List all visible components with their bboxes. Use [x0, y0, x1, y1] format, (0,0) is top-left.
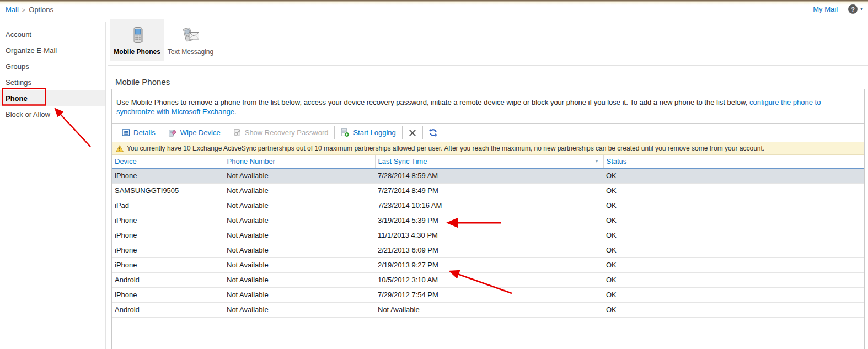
refresh-button[interactable]: [424, 126, 443, 139]
cell-device: iPhone: [112, 243, 224, 257]
options-sidebar: Account Organize E-Mail Groups Settings …: [0, 26, 105, 122]
cell-last-sync-time: Not Available: [375, 302, 603, 317]
sidebar-item-account[interactable]: Account: [0, 26, 105, 42]
cell-status: OK: [603, 228, 864, 243]
help-button[interactable]: ? ▼: [848, 4, 864, 14]
description-text: Use Mobile Phones to remove a phone from…: [116, 98, 749, 106]
sidebar-item-settings[interactable]: Settings: [0, 74, 105, 90]
show-recovery-password-button[interactable]: Show Recovery Password: [228, 126, 334, 139]
chevron-down-icon: ▼: [860, 7, 864, 11]
cell-status: OK: [603, 287, 864, 302]
column-header-last-sync-time[interactable]: Last Sync Time▼: [375, 155, 603, 168]
cell-last-sync-time: 2/19/2013 9:27 PM: [375, 257, 603, 272]
cell-phone-number: Not Available: [224, 257, 375, 272]
table-row[interactable]: iPhoneNot Available3/19/2014 5:39 PMOK: [112, 213, 864, 228]
toolbar-separator: [162, 126, 162, 139]
chevron-right-icon: >: [22, 7, 25, 13]
configure-phone-link-continued[interactable]: synchronize with Microsoft Exchange: [116, 108, 234, 116]
cell-device: iPhone: [112, 168, 224, 183]
cell-device: iPhone: [112, 228, 224, 243]
details-button[interactable]: Details: [116, 126, 161, 139]
cell-last-sync-time: 11/1/2013 4:30 PM: [375, 228, 603, 243]
toolbar-separator: [402, 126, 403, 139]
tab-text-messaging[interactable]: Text Messaging: [164, 19, 217, 61]
device-toolbar: Details Wipe Device Show Reco: [112, 123, 864, 142]
table-row[interactable]: AndroidNot AvailableNot AvailableOK: [112, 302, 864, 317]
cell-phone-number: Not Available: [224, 287, 375, 302]
table-row[interactable]: iPadNot Available7/23/2014 10:16 AMOK: [112, 198, 864, 213]
delete-button[interactable]: [403, 126, 422, 139]
sidebar-divider: [105, 22, 106, 349]
start-logging-icon: [341, 128, 350, 137]
column-header-phone-number[interactable]: Phone Number: [224, 155, 375, 168]
table-row[interactable]: AndroidNot Available10/5/2012 3:10 AMOK: [112, 272, 864, 287]
table-row[interactable]: iPhoneNot Available11/1/2013 4:30 PMOK: [112, 228, 864, 243]
start-logging-button[interactable]: Start Logging: [335, 126, 401, 139]
device-table-body: iPhoneNot Available7/28/2014 8:59 AMOKSA…: [112, 168, 864, 317]
cell-phone-number: Not Available: [224, 302, 375, 317]
refresh-icon: [429, 128, 437, 137]
cell-status: OK: [603, 183, 864, 198]
cell-status: OK: [603, 257, 864, 272]
cell-phone-number: Not Available: [224, 183, 375, 198]
show-recovery-password-label: Show Recovery Password: [245, 128, 329, 137]
table-header-row: Device Phone Number Last Sync Time▼ Stat…: [112, 155, 864, 168]
delete-x-icon: [409, 129, 416, 137]
cell-last-sync-time: 7/28/2014 8:59 AM: [375, 168, 603, 183]
breadcrumb: Mail>Options: [6, 6, 53, 14]
header-divider: [843, 5, 843, 14]
table-row[interactable]: iPhoneNot Available7/28/2014 8:59 AMOK: [112, 168, 864, 183]
table-row[interactable]: iPhoneNot Available2/19/2013 9:27 PMOK: [112, 257, 864, 272]
phone-tabs: Mobile Phones Text Messaging: [110, 19, 217, 61]
cell-last-sync-time: 7/27/2014 8:49 PM: [375, 183, 603, 198]
cell-phone-number: Not Available: [224, 198, 375, 213]
cell-status: OK: [603, 198, 864, 213]
cell-status: OK: [603, 272, 864, 287]
table-row[interactable]: SAMSUNGGTI9505Not Available7/27/2014 8:4…: [112, 183, 864, 198]
text-messaging-icon: [181, 26, 200, 45]
cell-phone-number: Not Available: [224, 213, 375, 228]
cell-status: OK: [603, 168, 864, 183]
key-icon: [233, 128, 242, 137]
tab-label: Text Messaging: [168, 48, 213, 56]
sort-descending-icon: ▼: [595, 159, 599, 163]
cell-device: SAMSUNGGTI9505: [112, 183, 224, 198]
table-row[interactable]: iPhoneNot Available2/21/2013 6:09 PMOK: [112, 243, 864, 257]
cell-last-sync-time: 2/21/2013 6:09 PM: [375, 243, 603, 257]
my-mail-link[interactable]: My Mail: [813, 5, 838, 13]
breadcrumb-mail-link[interactable]: Mail: [6, 6, 19, 14]
mobile-phone-icon: [128, 26, 146, 45]
cell-status: OK: [603, 243, 864, 257]
warning-icon: [116, 145, 124, 152]
start-logging-label: Start Logging: [353, 128, 395, 137]
sidebar-item-block-or-allow[interactable]: Block or Allow: [0, 106, 105, 122]
sidebar-item-groups[interactable]: Groups: [0, 58, 105, 74]
cell-device: iPhone: [112, 257, 224, 272]
cell-device: iPad: [112, 198, 224, 213]
device-table: Device Phone Number Last Sync Time▼ Stat…: [112, 155, 864, 318]
cell-last-sync-time: 10/5/2012 3:10 AM: [375, 272, 603, 287]
sidebar-item-organize-email[interactable]: Organize E-Mail: [0, 42, 105, 58]
cell-phone-number: Not Available: [224, 168, 375, 183]
toolbar-separator: [227, 126, 227, 139]
column-header-device[interactable]: Device: [112, 155, 224, 168]
mobile-phones-panel: Use Mobile Phones to remove a phone from…: [111, 89, 865, 349]
cell-last-sync-time: 7/29/2012 7:54 PM: [375, 287, 603, 302]
top-toolbar-remnant: [0, 0, 868, 5]
cell-device: iPhone: [112, 287, 224, 302]
cell-status: OK: [603, 302, 864, 317]
wipe-device-label: Wipe Device: [180, 128, 221, 137]
tab-label: Mobile Phones: [114, 48, 160, 56]
sidebar-item-phone[interactable]: Phone: [0, 90, 105, 106]
wipe-device-icon: [168, 128, 177, 137]
wipe-device-button[interactable]: Wipe Device: [163, 126, 226, 139]
cell-last-sync-time: 3/19/2014 5:39 PM: [375, 213, 603, 228]
column-header-status[interactable]: Status: [603, 155, 864, 168]
details-label: Details: [133, 128, 156, 137]
configure-phone-link[interactable]: configure the phone to: [749, 98, 821, 106]
table-row[interactable]: iPhoneNot Available7/29/2012 7:54 PMOK: [112, 287, 864, 302]
toolbar-separator: [422, 126, 423, 139]
breadcrumb-current: Options: [29, 6, 53, 14]
details-icon: [122, 128, 130, 137]
tab-mobile-phones[interactable]: Mobile Phones: [110, 19, 164, 61]
